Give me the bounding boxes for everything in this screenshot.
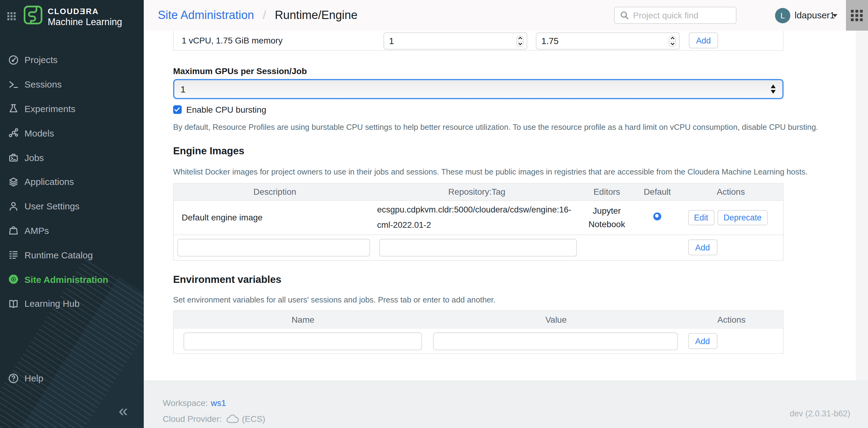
sidebar-item-amps[interactable]: AMPs [0,218,144,243]
cpu-input[interactable] [383,32,527,50]
sidebar-help: Help [0,366,144,391]
max-gpus-select[interactable]: 1 [173,79,783,99]
edit-engine-button[interactable]: Edit [688,210,714,225]
project-quick-find[interactable] [614,7,737,24]
version-label: dev (2.0.31-b62) [790,409,850,418]
sidebar: CLOUDƎRA Machine Learning Projects Sessi… [0,0,144,428]
col-repository-tag: Repository:Tag [376,183,578,200]
resource-profile-row: 1 vCPU, 1.75 GiB memory Add [173,31,783,51]
new-engine-description-input[interactable] [177,238,370,256]
person-icon [8,201,19,211]
cloud-provider-value: (ECS) [242,413,265,423]
max-gpus-selected-value: 1 [181,84,186,94]
page-title: Runtime/Engine [275,8,357,22]
add-engine-image-button[interactable]: Add [688,239,717,255]
gear-icon [8,274,19,285]
check-icon [175,107,180,112]
footer: Workspace: ws1 Cloud Provider: (ECS) dev… [144,380,868,428]
apps-grid-icon [851,9,863,21]
briefcase-icon [8,152,19,163]
sidebar-item-site-administration[interactable]: Site Administration [0,267,144,291]
cloud-icon [226,414,239,423]
engine-table-header-row: Description Repository:Tag Editors Defau… [174,183,783,200]
sidebar-item-jobs[interactable]: Jobs [0,145,144,170]
sidebar-item-applications[interactable]: Applications [0,170,144,194]
environment-variables-heading: Environment variables [173,274,281,285]
app-switcher-icon[interactable] [7,11,16,23]
sidebar-item-help[interactable]: Help [0,366,144,391]
user-menu[interactable]: ldapuser1 [795,10,835,20]
cloud-provider-line: Cloud Provider: (ECS) [163,413,265,423]
avatar[interactable]: L [775,8,790,23]
open-book-icon [8,298,19,309]
chevron-down-icon [670,42,674,45]
col-default: Default [636,183,679,200]
new-engine-repository-input[interactable] [379,238,577,256]
deprecate-engine-button[interactable]: Deprecate [717,210,768,225]
add-resource-profile-button[interactable]: Add [689,32,718,48]
sidebar-item-learning-hub[interactable]: Learning Hub [0,291,144,316]
sidebar-item-runtime-catalog[interactable]: Runtime Catalog [0,243,144,267]
chevron-up-icon [518,37,522,40]
list-icon [8,250,19,260]
engine-description: Default engine image [174,200,376,234]
sidebar-collapse-button[interactable]: « [119,403,128,420]
env-name-input[interactable] [184,332,422,350]
cpu-bursting-checkbox[interactable] [173,106,181,114]
engine-image-row: Default engine image ecsgpu.cdpkvm.cldr:… [174,200,783,234]
help-circle-icon [8,373,19,384]
breadcrumb-separator: / [263,8,266,22]
default-engine-radio[interactable] [653,212,661,221]
breadcrumb: Site Administration / Runtime/Engine [158,8,358,22]
sidebar-item-projects[interactable]: Projects [0,48,144,72]
chevron-down-icon[interactable] [833,14,837,17]
cloud-provider-label: Cloud Provider: [163,413,222,423]
col-description: Description [174,183,376,200]
add-env-var-button[interactable]: Add [688,333,717,349]
environment-variables-description: Set environment variables for all users'… [173,295,495,304]
sidebar-header: CLOUDƎRA Machine Learning [0,0,144,35]
env-value-input[interactable] [433,332,678,350]
engine-repository-tag: ecsgpu.cdpkvm.cldr:5000/cloudera/cdsw/en… [376,200,578,234]
brand-name: CLOUDƎRA [48,7,122,16]
cpu-bursting-description: By default, Resource Profiles are using … [173,122,818,132]
vertical-scrollbar[interactable] [856,31,868,380]
col-value: Value [432,310,680,329]
cpu-stepper [383,32,527,50]
app-window: CLOUDƎRA Machine Learning Projects Sessi… [0,0,868,428]
col-actions: Actions [680,310,783,329]
flask-icon [8,103,19,114]
engine-images-table: Description Repository:Tag Editors Defau… [173,183,783,260]
workspace-line: Workspace: ws1 [163,398,226,408]
engine-new-row: Add [174,234,783,260]
env-new-row: Add [174,329,783,353]
breadcrumb-site-administration-link[interactable]: Site Administration [158,8,254,22]
sidebar-item-models[interactable]: Models [0,121,144,145]
sidebar-item-experiments[interactable]: Experiments [0,96,144,121]
brand-product: Machine Learning [48,17,122,28]
col-actions: Actions [679,183,783,200]
workspace-link[interactable]: ws1 [211,398,226,408]
speedometer-icon [8,55,19,65]
workspace-label: Workspace: [163,398,208,408]
cpu-bursting-row: Enable CPU bursting [173,105,267,114]
chevron-down-icon [518,42,522,45]
sidebar-item-user-settings[interactable]: User Settings [0,194,144,219]
brand-wordmark: CLOUDƎRA Machine Learning [48,7,122,28]
app-rail[interactable] [846,0,868,31]
sidebar-item-sessions[interactable]: Sessions [0,72,144,97]
memory-spinner[interactable] [669,35,676,47]
engine-images-description: Whitelist Docker images for project owne… [173,167,808,176]
cpu-bursting-label: Enable CPU bursting [186,105,267,114]
terminal-icon [8,79,19,90]
environment-variables-table: Name Value Actions Add [173,310,783,354]
nodes-icon [8,128,19,139]
cloudera-ml-logo-icon[interactable] [23,5,43,27]
cpu-spinner[interactable] [516,35,524,47]
memory-stepper [536,32,680,50]
memory-input[interactable] [536,32,680,50]
env-table-header-row: Name Value Actions [174,310,783,329]
search-icon [620,11,629,20]
col-editors: Editors [578,183,636,200]
search-input[interactable] [633,10,731,20]
